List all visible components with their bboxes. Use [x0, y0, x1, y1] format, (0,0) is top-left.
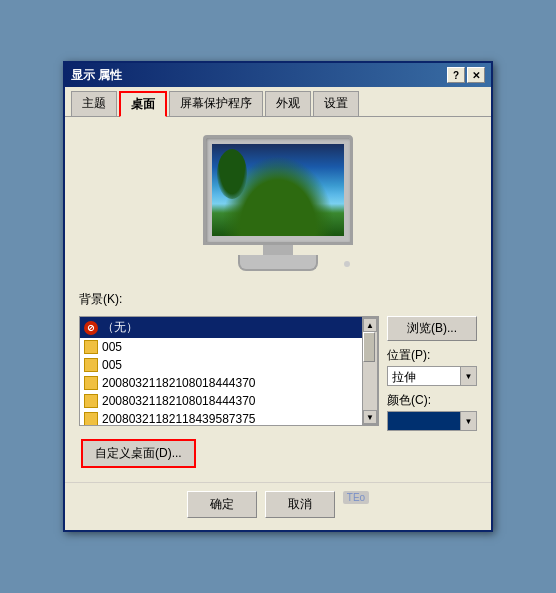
title-bar-buttons: ? ✕: [447, 67, 485, 83]
dialog-title: 显示 属性: [71, 67, 122, 84]
color-label: 颜色(C):: [387, 392, 477, 409]
color-combobox[interactable]: ▼: [387, 411, 477, 431]
monitor-preview-area: [79, 127, 477, 279]
tab-screensaver[interactable]: 屏幕保护程序: [169, 91, 263, 116]
list-item-label: （无）: [102, 319, 138, 336]
file-icon: [84, 412, 98, 425]
help-button[interactable]: ?: [447, 67, 465, 83]
monitor-base: [238, 255, 318, 271]
tab-appearance[interactable]: 外观: [265, 91, 311, 116]
color-dropdown-arrow[interactable]: ▼: [460, 412, 476, 430]
cancel-button[interactable]: 取消: [265, 491, 335, 518]
file-icon: [84, 376, 98, 390]
bottom-buttons: 确定 取消 TEo: [65, 482, 491, 530]
customize-btn-row: 自定义桌面(D)...: [79, 439, 477, 468]
close-button[interactable]: ✕: [467, 67, 485, 83]
scrollbar[interactable]: ▲ ▼: [362, 317, 378, 425]
position-combo-row: 位置(P): 拉伸 ▼: [387, 347, 477, 386]
tab-settings[interactable]: 设置: [313, 91, 359, 116]
tabs-row: 主题 桌面 屏幕保护程序 外观 设置: [65, 87, 491, 117]
display-properties-dialog: 显示 属性 ? ✕ 主题 桌面 屏幕保护程序 外观 设置: [63, 61, 493, 532]
color-row: 颜色(C): ▼: [387, 392, 477, 431]
file-icon: [84, 358, 98, 372]
list-item-label: 005: [102, 340, 122, 354]
list-item[interactable]: 20080321182108018444370: [80, 392, 362, 410]
list-item-label: 20080321182108018444370: [102, 376, 256, 390]
scroll-thumb[interactable]: [363, 332, 375, 362]
list-item[interactable]: 005: [80, 356, 362, 374]
monitor-screen-outer: [203, 135, 353, 245]
position-dropdown-arrow[interactable]: ▼: [460, 367, 476, 385]
customize-desktop-button[interactable]: 自定义桌面(D)...: [81, 439, 196, 468]
title-bar: 显示 属性 ? ✕: [65, 63, 491, 87]
scroll-down-button[interactable]: ▼: [363, 410, 377, 424]
background-area: ⊘ （无） 005 005 20080321182108018444370: [79, 316, 477, 431]
ok-button[interactable]: 确定: [187, 491, 257, 518]
list-item-label: 005: [102, 358, 122, 372]
no-icon: ⊘: [84, 321, 98, 335]
background-label: 背景(K):: [79, 291, 477, 308]
dialog-content: 背景(K): ⊘ （无） 005 005: [65, 117, 491, 478]
file-icon: [84, 394, 98, 408]
tab-desktop[interactable]: 桌面: [119, 91, 167, 117]
monitor-screen: [212, 144, 344, 236]
list-item-label: 20080321182118439587375: [102, 412, 256, 425]
desktop-preview-image: [212, 144, 344, 236]
color-swatch: [388, 412, 460, 430]
monitor-led: [344, 261, 350, 267]
list-item[interactable]: 005: [80, 338, 362, 356]
right-panel: 浏览(B)... 位置(P): 拉伸 ▼ 颜色(C): ▼: [387, 316, 477, 431]
position-combobox[interactable]: 拉伸 ▼: [387, 366, 477, 386]
list-item[interactable]: 20080321182108018444370: [80, 374, 362, 392]
browse-button[interactable]: 浏览(B)...: [387, 316, 477, 341]
listbox-container: ⊘ （无） 005 005 20080321182108018444370: [79, 316, 379, 426]
background-listbox[interactable]: ⊘ （无） 005 005 20080321182108018444370: [80, 317, 362, 425]
position-value: 拉伸: [388, 367, 460, 385]
monitor-neck: [263, 245, 293, 255]
tab-theme[interactable]: 主题: [71, 91, 117, 116]
monitor-graphic: [198, 135, 358, 275]
position-label: 位置(P):: [387, 347, 477, 364]
watermark-text: TEo: [343, 491, 369, 504]
list-item-label: 20080321182108018444370: [102, 394, 256, 408]
list-item[interactable]: ⊘ （无）: [80, 317, 362, 338]
scroll-up-button[interactable]: ▲: [363, 318, 377, 332]
file-icon: [84, 340, 98, 354]
scroll-track[interactable]: [363, 332, 377, 410]
list-item[interactable]: 20080321182118439587375: [80, 410, 362, 425]
